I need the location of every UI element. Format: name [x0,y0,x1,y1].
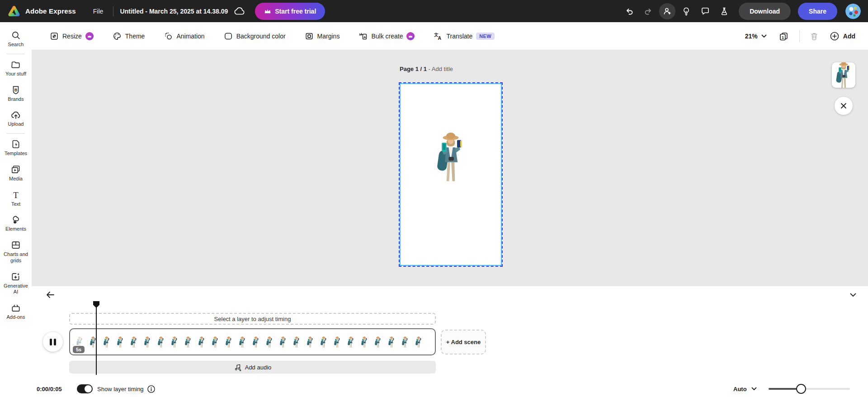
download-button[interactable]: Download [739,3,791,20]
scene-frame-thumbnail[interactable] [344,336,358,348]
scene-frame-thumbnail[interactable] [412,336,425,348]
back-button[interactable] [42,288,58,302]
page-indicator[interactable]: Page 1 / 1 - Add title [400,66,453,72]
translate-button[interactable]: 文A Translate NEW [429,28,499,44]
chevron-down-icon [761,34,767,38]
scene-frame-thumbnail[interactable] [276,336,290,348]
scene-frame-thumbnail[interactable] [398,336,412,348]
sidebar-label: Add-ons [7,314,25,321]
adobe-express-logo-icon[interactable] [6,5,22,18]
scene-frame-thumbnail[interactable] [236,336,249,348]
page-thumbnail[interactable] [832,62,855,88]
sidebar-item-generative-ai[interactable]: Generative AI [1,268,30,300]
scene-frame-thumbnail[interactable] [330,336,344,348]
brand-badge-icon: B [11,85,21,95]
theme-palette-icon [113,32,122,41]
sidebar-item-templates[interactable]: Templates [1,136,30,161]
sidebar-item-text[interactable]: T Text [1,186,30,212]
comments-button[interactable] [697,3,713,19]
close-panel-button[interactable] [835,97,853,115]
start-free-trial-button[interactable]: Start free trial [255,3,325,20]
scene-frame-thumbnail[interactable] [222,336,236,348]
zoom-level-dropdown[interactable]: 21% [741,30,770,43]
cloud-sync-icon[interactable] [234,7,245,15]
sidebar-item-charts-and-grids[interactable]: Charts and grids [1,236,30,268]
generative-ai-icon [11,272,21,282]
scene-frame-thumbnail[interactable] [249,336,263,348]
document-toolbar: Resize Theme Animation Background color [32,22,868,50]
close-icon [840,102,847,109]
scene-frame-thumbnail[interactable] [385,336,398,348]
sidebar-item-add-ons[interactable]: Add-ons [1,299,30,325]
resize-button[interactable]: Resize [45,28,98,44]
layer-timing-hint[interactable]: Select a layer to adjust timing [69,313,436,325]
scene-frame-thumbnail[interactable] [113,336,127,348]
invite-collaborator-button[interactable] [659,3,675,19]
scene-frame-thumbnail[interactable] [100,336,113,348]
theme-button[interactable]: Theme [108,28,150,44]
scene-frame-thumbnail[interactable] [168,336,181,348]
scene-frame-thumbnail[interactable] [290,336,303,348]
left-sidebar: Search Your stuff B Brands Upload Templa… [0,22,32,397]
add-page-label: Add [843,33,855,40]
page-view-button[interactable]: 1 [775,28,792,44]
scene-frame-thumbnail[interactable] [263,336,276,348]
margins-icon [305,32,314,41]
chevron-down-icon [751,387,757,391]
share-button[interactable]: Share [798,3,837,20]
file-menu[interactable]: File [90,5,107,18]
speed-dropdown[interactable]: Auto [733,386,757,392]
scene-frame-thumbnail[interactable] [195,336,208,348]
document-title[interactable]: Untitled - March 25, 2025 at 14.38.09 [120,8,228,15]
margins-button[interactable]: Margins [300,28,344,44]
add-title-label[interactable]: - Add title [429,66,453,72]
sidebar-item-upload[interactable]: Upload [1,106,30,132]
design-canvas-selected[interactable] [400,83,502,266]
timeline-zoom-slider[interactable] [769,384,850,394]
traveler-image[interactable] [435,130,467,184]
scene-frame-thumbnail[interactable] [127,336,141,348]
scene-frame-thumbnail[interactable] [317,336,330,348]
sidebar-item-elements[interactable]: Elements [1,211,30,236]
speed-slider-thumb[interactable] [796,384,806,394]
bulk-create-button[interactable]: Bulk create [354,28,419,44]
scene-frame-thumbnail[interactable] [181,336,195,348]
redo-button[interactable] [640,3,656,19]
play-pause-button[interactable] [43,332,63,352]
scene-frame-thumbnail[interactable] [371,336,385,348]
scene-frame-thumbnail[interactable] [303,336,317,348]
ideas-lightbulb-button[interactable] [678,3,694,19]
beta-flask-button[interactable] [716,3,732,19]
page-number-label: Page 1 / 1 [400,66,427,72]
collapse-timeline-chevron[interactable] [845,288,861,302]
sidebar-item-brands[interactable]: B Brands [1,81,30,107]
scene-frame-thumbnail[interactable] [141,336,154,348]
timeline-panel: Select a layer to adjust timing 5s + Add… [32,286,868,397]
delete-page-button[interactable] [807,29,821,43]
add-page-button[interactable]: Add [826,28,859,44]
background-color-button[interactable]: Background color [219,28,290,44]
sidebar-label: Templates [5,151,27,157]
canvas-workspace[interactable]: Page 1 / 1 - Add title [32,50,868,286]
add-scene-button[interactable]: + Add scene [441,330,486,354]
tool-label: Margins [317,33,340,40]
app-title: Adobe Express [25,7,76,15]
sidebar-label: Search [8,42,24,48]
scene-frame-thumbnail[interactable] [86,336,100,348]
show-layer-timing-toggle[interactable] [77,384,93,393]
scene-frame-thumbnail[interactable] [358,336,371,348]
sidebar-item-your-stuff[interactable]: Your stuff [1,56,30,81]
animation-button[interactable]: Animation [159,28,209,44]
sidebar-item-search[interactable]: Search [1,27,30,52]
playhead-line[interactable] [96,306,97,375]
sidebar-item-media[interactable]: Media [1,161,30,186]
undo-button[interactable] [621,3,637,19]
scene-frame-thumbnail[interactable] [154,336,168,348]
scene-timeline-strip[interactable] [69,328,436,355]
info-icon[interactable] [146,384,156,394]
top-bar: Adobe Express File Untitled - March 25, … [0,0,868,22]
scene-frame-thumbnail[interactable] [208,336,222,348]
slider-track[interactable] [769,388,850,390]
add-audio-button[interactable]: Add audio [69,361,436,373]
account-avatar[interactable] [845,4,861,19]
